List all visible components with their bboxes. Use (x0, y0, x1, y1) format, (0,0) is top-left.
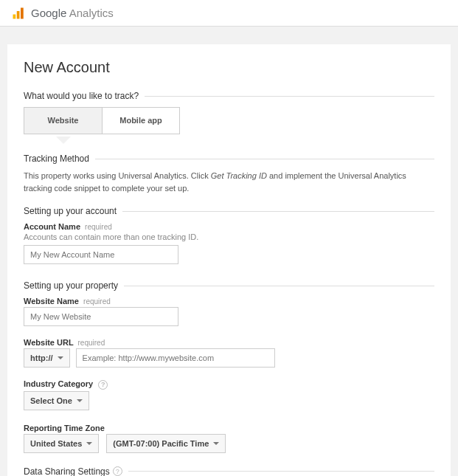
chevron-down-icon (77, 399, 83, 402)
website-url-row: http:// (24, 348, 434, 368)
app-header: Google Analytics (0, 0, 458, 27)
website-name-input[interactable] (24, 307, 178, 326)
track-question: What would you like to track? (24, 91, 139, 101)
toggle-mobile-button[interactable]: Mobile app (102, 107, 180, 134)
tracking-method-label: Tracking Method (24, 154, 89, 164)
active-pointer-icon (56, 137, 71, 144)
help-icon[interactable]: ? (113, 466, 122, 476)
toggle-pointer-row (24, 137, 434, 151)
main-card: New Account What would you like to track… (7, 44, 451, 476)
timezone-label: Reporting Time Zone (24, 424, 434, 432)
data-sharing-label: Data Sharing Settings (24, 466, 110, 477)
account-setup-label: Setting up your account (24, 206, 117, 216)
chevron-down-icon (213, 442, 219, 445)
track-toggle-group: Website Mobile app (24, 107, 434, 134)
analytics-logo-icon (12, 7, 25, 20)
divider (145, 96, 434, 97)
account-name-label: Account Name required (24, 222, 434, 231)
page-title: New Account (24, 59, 434, 76)
data-sharing-header: Data Sharing Settings ? (24, 466, 434, 477)
property-setup-label: Setting up your property (24, 280, 118, 291)
chevron-down-icon (86, 442, 92, 445)
tracking-method-desc: This property works using Universal Anal… (24, 170, 434, 194)
svg-rect-2 (21, 7, 24, 18)
account-name-hint: Accounts can contain more than one track… (24, 232, 434, 241)
brand-light: Analytics (66, 7, 113, 19)
industry-label-row: Industry Category ? (24, 379, 434, 390)
divider (128, 471, 434, 472)
svg-rect-1 (17, 11, 20, 19)
toggle-website-button[interactable]: Website (24, 107, 102, 134)
tracking-method-header: Tracking Method (24, 154, 434, 164)
divider (124, 286, 434, 286)
property-setup-header: Setting up your property (24, 280, 434, 291)
track-question-row: What would you like to track? (24, 91, 434, 101)
website-url-input[interactable] (76, 348, 275, 368)
protocol-select[interactable]: http:// (24, 348, 70, 368)
website-name-label: Website Name required (24, 297, 434, 306)
industry-select[interactable]: Select One (24, 391, 89, 410)
timezone-value-select[interactable]: (GMT-07:00) Pacific Time (106, 434, 226, 453)
industry-select-row: Select One (24, 391, 434, 410)
header-title: Google Analytics (31, 7, 114, 19)
website-url-label: Website URL required (24, 338, 434, 347)
svg-rect-0 (13, 14, 16, 18)
industry-label: Industry Category (24, 379, 93, 388)
brand-strong: Google (31, 7, 66, 19)
help-icon[interactable]: ? (98, 380, 108, 390)
divider (122, 211, 434, 212)
timezone-row: United States (GMT-07:00) Pacific Time (24, 434, 434, 453)
divider (95, 159, 434, 159)
timezone-country-select[interactable]: United States (24, 434, 99, 453)
account-setup-header: Setting up your account (24, 206, 434, 216)
chevron-down-icon (58, 356, 63, 359)
account-name-input[interactable] (24, 245, 178, 264)
